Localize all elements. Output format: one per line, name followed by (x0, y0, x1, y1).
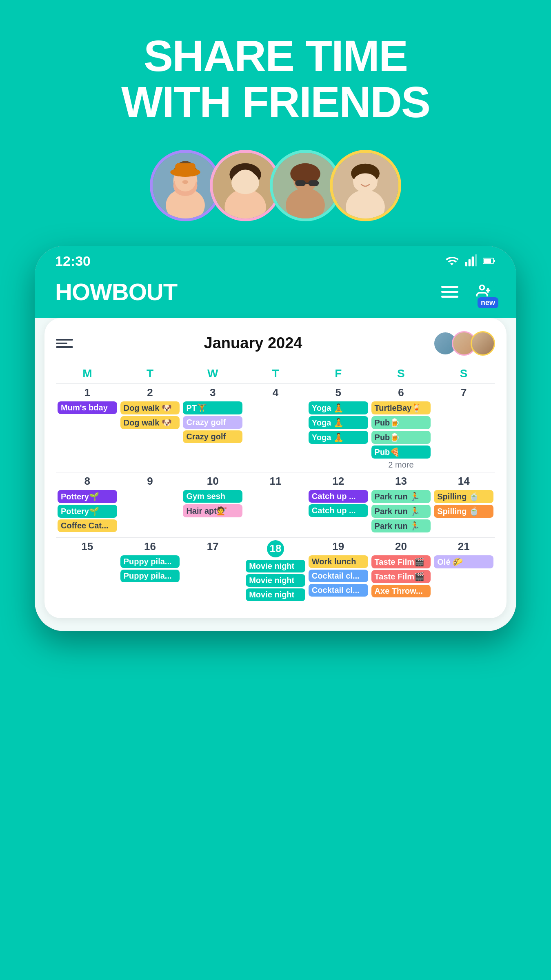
day-11: 11 (244, 472, 307, 537)
filter-icon[interactable] (56, 339, 73, 348)
day-21: 21 Olé 🌮 (432, 537, 495, 605)
event-movie-night-2[interactable]: Movie night (246, 574, 305, 587)
date-15: 15 (58, 540, 117, 553)
svg-rect-21 (295, 180, 306, 186)
event-spilling-2[interactable]: Spilling 🍵 (434, 505, 493, 518)
day-10: 10 Gym sesh Hair apt💇 (181, 472, 244, 537)
date-13: 13 (371, 475, 431, 488)
date-10: 10 (183, 475, 242, 488)
hero-section: SHARE TIME WITH FRIENDS (0, 0, 551, 246)
event-cocktail-cl-1[interactable]: Cocktail cl... (309, 570, 368, 582)
event-park-run-2[interactable]: Park run 🏃 (371, 505, 431, 518)
svg-rect-29 (465, 262, 467, 267)
svg-rect-31 (472, 257, 474, 267)
header-actions: new (441, 278, 496, 306)
event-pottery-1[interactable]: Pottery🌱 (58, 490, 117, 503)
calendar-month-title: January 2024 (204, 334, 302, 352)
day-thu: T (244, 367, 307, 380)
phone-screen: 12:30 HOWBOUT (35, 246, 516, 631)
week-3: 15 16 Puppy pila... Puppy pila... 17 18 … (56, 537, 495, 605)
status-icons (445, 254, 496, 267)
day-8: 8 Pottery🌱 Pottery🌱 Coffee Cat... (56, 472, 119, 537)
event-crazy-golf-1[interactable]: Crazy golf (183, 416, 242, 429)
event-work-lunch[interactable]: Work lunch (309, 555, 368, 568)
event-pub-1[interactable]: Pub🍺 (371, 416, 431, 429)
avatar-4 (330, 150, 401, 221)
app-header: HOWBOUT new (35, 274, 516, 318)
more-events[interactable]: 2 more (371, 460, 431, 470)
phone-mockup: 12:30 HOWBOUT (0, 246, 551, 631)
event-catch-up-2[interactable]: Catch up ... (309, 504, 368, 517)
day-1: 1 Mum's bday (56, 383, 119, 472)
event-crazy-golf-2[interactable]: Crazy golf (183, 430, 242, 443)
wifi-icon (445, 254, 458, 267)
day-16: 16 Puppy pila... Puppy pila... (119, 537, 182, 605)
date-2: 2 (120, 386, 180, 399)
event-yoga-1[interactable]: Yoga 🧘 (309, 401, 368, 414)
day-headers: M T W T F S S (56, 367, 495, 380)
friend-avatars (150, 150, 401, 221)
day-sun: S (432, 367, 495, 380)
menu-icon[interactable] (441, 286, 458, 298)
event-gym-sesh[interactable]: Gym sesh (183, 490, 242, 503)
event-cocktail-cl-2[interactable]: Cocktail cl... (309, 584, 368, 597)
event-ole[interactable]: Olé 🌮 (434, 555, 493, 568)
event-puppy-pila-2[interactable]: Puppy pila... (120, 570, 180, 582)
calendar-header: January 2024 (56, 331, 495, 356)
app-logo: HOWBOUT (55, 278, 177, 305)
event-taste-film-2[interactable]: Taste Film🎬 (371, 570, 431, 583)
date-18-today: 18 (267, 540, 284, 557)
date-17: 17 (183, 540, 242, 553)
event-spilling-1[interactable]: Spilling 🍵 (434, 490, 493, 503)
event-dog-walk-1[interactable]: Dog walk 🐶 (120, 401, 180, 414)
day-fri: F (307, 367, 370, 380)
day-sat: S (370, 367, 433, 380)
date-19: 19 (309, 540, 368, 553)
event-movie-night-3[interactable]: Movie night (246, 588, 305, 601)
date-12: 12 (309, 475, 368, 488)
svg-point-8 (182, 180, 189, 184)
day-2: 2 Dog walk 🐶 Dog walk 🐶 (119, 383, 182, 472)
event-mums-bday[interactable]: Mum's bday (58, 401, 117, 414)
day-9: 9 (119, 472, 182, 537)
day-mon: M (56, 367, 119, 380)
day-20: 20 Taste Film🎬 Taste Film🎬 Axe Throw... (370, 537, 433, 605)
svg-rect-34 (484, 259, 491, 263)
event-pub-3[interactable]: Pub🍕 (371, 445, 431, 459)
event-catch-up-1[interactable]: Catch up ... (309, 490, 368, 503)
event-movie-night-1[interactable]: Movie night (246, 560, 305, 572)
event-hair-apt[interactable]: Hair apt💇 (183, 504, 242, 517)
day-14: 14 Spilling 🍵 Spilling 🍵 (432, 472, 495, 537)
event-pottery-2[interactable]: Pottery🌱 (58, 505, 117, 518)
svg-rect-22 (308, 180, 319, 186)
event-coffee-cat[interactable]: Coffee Cat... (58, 519, 117, 532)
event-yoga-2[interactable]: Yoga 🧘 (309, 416, 368, 429)
event-yoga-3[interactable]: Yoga 🧘 (309, 431, 368, 444)
day-3: 3 PT🏋 Crazy golf Crazy golf (181, 383, 244, 472)
event-turtlebay[interactable]: TurtleBay🍹 (371, 401, 431, 414)
battery-icon (483, 254, 496, 267)
date-7: 7 (434, 386, 493, 399)
hero-title: SHARE TIME WITH FRIENDS (121, 33, 430, 125)
week-1: 1 Mum's bday 2 Dog walk 🐶 Dog walk 🐶 3 P… (56, 383, 495, 472)
event-dog-walk-2[interactable]: Dog walk 🐶 (120, 416, 180, 429)
event-taste-film-1[interactable]: Taste Film🎬 (371, 555, 431, 568)
event-axe-throw[interactable]: Axe Throw... (371, 585, 431, 597)
svg-rect-28 (353, 173, 378, 192)
event-puppy-pila-1[interactable]: Puppy pila... (120, 555, 180, 568)
calendar-avatars (433, 331, 495, 356)
event-pt[interactable]: PT🏋 (183, 401, 242, 414)
week-2: 8 Pottery🌱 Pottery🌱 Coffee Cat... 9 10 G… (56, 472, 495, 537)
date-21: 21 (434, 540, 493, 553)
day-12: 12 Catch up ... Catch up ... (307, 472, 370, 537)
add-friend-button[interactable]: new (468, 278, 496, 306)
event-park-run-1[interactable]: Park run 🏃 (371, 490, 431, 503)
day-15: 15 (56, 537, 119, 605)
status-bar: 12:30 (35, 246, 516, 274)
event-pub-2[interactable]: Pub🍺 (371, 431, 431, 444)
event-park-run-3[interactable]: Park run 🏃 (371, 519, 431, 532)
svg-rect-32 (475, 254, 477, 266)
date-20: 20 (371, 540, 431, 553)
hero-title-line1: SHARE TIME (144, 31, 407, 80)
day-tue: T (119, 367, 182, 380)
